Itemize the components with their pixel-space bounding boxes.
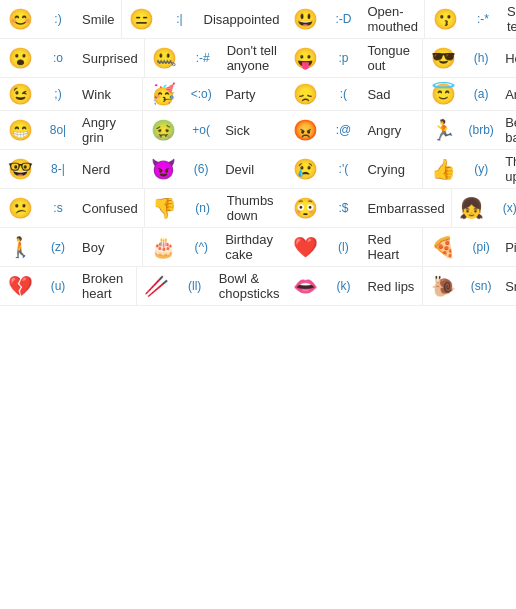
emoji-icon: 🍕 <box>429 235 457 259</box>
emoji-code: (l) <box>319 240 367 254</box>
emoji-col: 🍕(pi)Pizza <box>423 228 516 266</box>
emoji-code: :'( <box>319 162 367 176</box>
emoji-col: 🥢(ll)Bowl & chopsticks <box>137 267 286 305</box>
emoji-col: 😳:$Embarrassed <box>285 189 451 227</box>
emoji-col: 🤢+o(Sick <box>143 111 285 149</box>
emoji-code: (u) <box>34 279 82 293</box>
emoji-name: Devil <box>225 162 254 177</box>
emoji-name: Pizza <box>505 240 516 255</box>
emoji-icon: 😑 <box>128 7 156 31</box>
emoji-col: 👄(k)Red lips <box>285 267 423 305</box>
emoji-col: 🐌(sn)Snail <box>423 267 516 305</box>
emoji-row: 😢:'(Crying👍(y)Thumbs up <box>285 150 516 189</box>
emoji-row: 😊:)Smile😑:|Disappointed <box>0 0 285 39</box>
emoji-icon: 😢 <box>291 157 319 181</box>
emoji-icon: 👧 <box>458 196 486 220</box>
emoji-icon: 🤢 <box>149 118 177 142</box>
emoji-name: Embarrassed <box>367 201 444 216</box>
emoji-icon: 😗 <box>431 7 459 31</box>
emoji-icon: 🐌 <box>429 274 457 298</box>
emoji-col: 💔(u)Broken heart <box>0 267 137 305</box>
emoji-row: 😕:sConfused👎(n)Thumbs down <box>0 189 285 228</box>
emoji-name: Snail <box>505 279 516 294</box>
emoji-col: 👎(n)Thumbs down <box>145 189 286 227</box>
emoji-name: Open-mouthed <box>367 4 418 34</box>
emoji-name: Birthday cake <box>225 232 279 262</box>
emoji-code: (sn) <box>457 279 505 293</box>
emoji-col: 😇(a)Angel <box>423 78 516 110</box>
emoji-col: 😃:-DOpen-mouthed <box>285 0 425 38</box>
emoji-col: 😕:sConfused <box>0 189 145 227</box>
emoji-icon: 🤐 <box>151 46 179 70</box>
emoji-name: Thumbs up <box>505 154 516 184</box>
emoji-name: Thumbs down <box>227 193 280 223</box>
emoji-code: (brb) <box>457 123 505 137</box>
emoji-icon: 🎂 <box>149 235 177 259</box>
emoji-col: 😎(h)Hot <box>423 39 516 77</box>
emoji-code: :s <box>34 201 82 215</box>
emoji-row: 😛:pTongue out😎(h)Hot <box>285 39 516 78</box>
emoji-name: Angel <box>505 87 516 102</box>
emoji-code: (z) <box>34 240 82 254</box>
emoji-code: 8o| <box>34 123 82 137</box>
emoji-icon: 🏃 <box>429 118 457 142</box>
emoji-icon: 😉 <box>6 82 34 106</box>
emoji-code: :-D <box>319 12 367 26</box>
emoji-table: 😊:)Smile😑:|Disappointed😃:-DOpen-mouthed😗… <box>0 0 516 306</box>
emoji-name: Angry grin <box>82 115 136 145</box>
emoji-name: Smile <box>82 12 115 27</box>
emoji-col: 😡:@Angry <box>285 111 423 149</box>
emoji-col: 🤓8-|Nerd <box>0 150 143 188</box>
emoji-icon: 👄 <box>291 274 319 298</box>
emoji-name: Sad <box>367 87 390 102</box>
emoji-col: ❤️(l)Red Heart <box>285 228 423 266</box>
emoji-name: Party <box>225 87 255 102</box>
emoji-name: Red lips <box>367 279 414 294</box>
emoji-col: 😞:(Sad <box>285 78 423 110</box>
emoji-icon: 😎 <box>429 46 457 70</box>
emoji-icon: 😁 <box>6 118 34 142</box>
emoji-code: :o <box>34 51 82 65</box>
emoji-row: 😃:-DOpen-mouthed😗:-*Secret telling <box>285 0 516 39</box>
emoji-code: :| <box>156 12 204 26</box>
emoji-row: 😳:$Embarrassed👧(x)Girl <box>285 189 516 228</box>
emoji-icon: 😳 <box>291 196 319 220</box>
emoji-code: (6) <box>177 162 225 176</box>
emoji-icon: ❤️ <box>291 235 319 259</box>
emoji-row: 😡:@Angry🏃(brb)Be right back <box>285 111 516 150</box>
emoji-row: ❤️(l)Red Heart🍕(pi)Pizza <box>285 228 516 267</box>
emoji-icon: 😃 <box>291 7 319 31</box>
emoji-icon: 😡 <box>291 118 319 142</box>
emoji-col: 🏃(brb)Be right back <box>423 111 516 149</box>
emoji-name: Bowl & chopsticks <box>219 271 280 301</box>
emoji-icon: 🥢 <box>143 274 171 298</box>
emoji-col: 😉;)Wink <box>0 78 143 110</box>
emoji-col: 🎂(^)Birthday cake <box>143 228 285 266</box>
emoji-code: (k) <box>319 279 367 293</box>
emoji-code: <:o) <box>177 87 225 101</box>
emoji-code: +o( <box>177 123 225 137</box>
emoji-name: Confused <box>82 201 138 216</box>
emoji-icon: 😊 <box>6 7 34 31</box>
emoji-row: 👄(k)Red lips🐌(sn)Snail <box>285 267 516 306</box>
emoji-code: ;) <box>34 87 82 101</box>
emoji-name: Surprised <box>82 51 138 66</box>
emoji-code: (x) <box>486 201 516 215</box>
emoji-col: 😈(6)Devil <box>143 150 285 188</box>
emoji-icon: 👎 <box>151 196 179 220</box>
emoji-code: :-# <box>179 51 227 65</box>
emoji-code: :-* <box>459 12 507 26</box>
emoji-name: Wink <box>82 87 111 102</box>
emoji-name: Hot <box>505 51 516 66</box>
emoji-name: Boy <box>82 240 104 255</box>
emoji-row: 😞:(Sad😇(a)Angel <box>285 78 516 111</box>
emoji-icon: 😈 <box>149 157 177 181</box>
emoji-name: Red Heart <box>367 232 416 262</box>
emoji-code: (n) <box>179 201 227 215</box>
emoji-col: 👍(y)Thumbs up <box>423 150 516 188</box>
emoji-col: 👧(x)Girl <box>452 189 516 227</box>
emoji-icon: 👍 <box>429 157 457 181</box>
emoji-name: Don't tell anyone <box>227 43 280 73</box>
emoji-name: Nerd <box>82 162 110 177</box>
emoji-code: 8-| <box>34 162 82 176</box>
